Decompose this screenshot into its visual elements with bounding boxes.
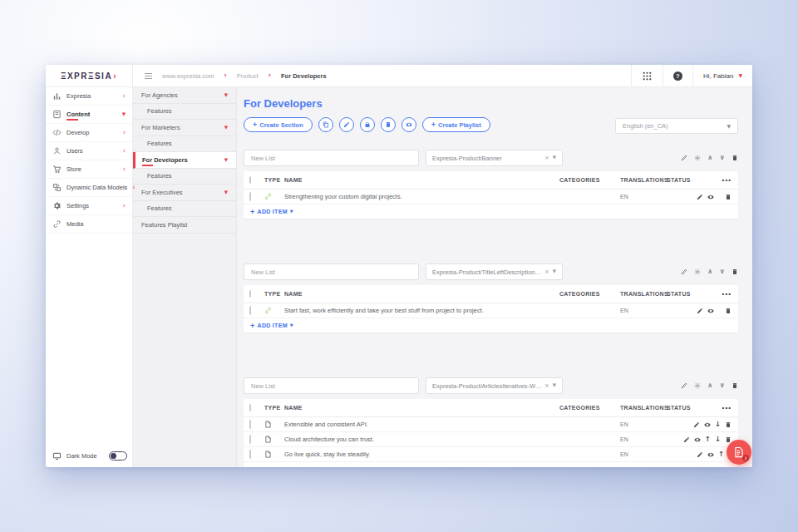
- subnav-item-features[interactable]: Features: [133, 169, 236, 185]
- duplicate-button[interactable]: [318, 117, 333, 132]
- dark-mode-toggle[interactable]: [109, 451, 127, 461]
- section-edit-button[interactable]: [681, 155, 687, 161]
- apps-grid-button[interactable]: [631, 65, 663, 86]
- subnav-item-for-marketers[interactable]: For Marketers ▼: [133, 120, 236, 136]
- breadcrumb-site[interactable]: www.expresia.com: [162, 72, 214, 80]
- move-down-icon[interactable]: ↓: [715, 436, 721, 443]
- row-checkbox[interactable]: [249, 306, 251, 315]
- section-settings-button[interactable]: [694, 268, 701, 275]
- logo[interactable]: ΞXPRΞSIA›: [46, 65, 133, 86]
- sidebar-item-dynamic-data-models[interactable]: Dynamic Data Models ›: [46, 179, 132, 197]
- sidebar-item-develop[interactable]: Develop ›: [46, 124, 132, 142]
- row-edit-button[interactable]: [697, 308, 703, 314]
- lock-button[interactable]: [360, 117, 375, 132]
- create-playlist-button[interactable]: + Create Playlist: [422, 117, 490, 132]
- select-all-checkbox[interactable]: [249, 290, 251, 298]
- clear-icon[interactable]: ×: [544, 155, 549, 161]
- more-options-icon[interactable]: •••: [722, 404, 732, 411]
- subnav-item-for-developers[interactable]: For Developers ▼: [133, 152, 236, 169]
- template-select[interactable]: Expresia-Product/TitleLeftDescriptionRig…: [426, 264, 563, 280]
- item-name[interactable]: Extensible and consistent API.: [284, 421, 559, 428]
- move-up-icon[interactable]: ∧: [707, 268, 713, 275]
- clear-icon[interactable]: ×: [544, 383, 549, 389]
- subnav-item-for-agencies[interactable]: For Agencies ▼: [133, 87, 236, 104]
- edit-button[interactable]: [339, 117, 354, 132]
- pencil-icon: [697, 308, 703, 314]
- row-edit-button[interactable]: [683, 436, 690, 443]
- move-down-icon[interactable]: ∨: [720, 382, 726, 389]
- subnav-item-features[interactable]: Features: [133, 201, 236, 218]
- section-delete-button[interactable]: [732, 155, 738, 161]
- row-checkbox[interactable]: [249, 435, 251, 444]
- user-menu[interactable]: Hi, Fabian ▼: [692, 65, 752, 86]
- select-all-checkbox[interactable]: [249, 404, 251, 411]
- section-edit-button[interactable]: [681, 268, 687, 275]
- preview-button[interactable]: [401, 117, 416, 132]
- row-view-button[interactable]: [694, 436, 701, 443]
- language-select[interactable]: English (en_CA) ▼: [615, 118, 738, 134]
- help-button[interactable]: ?: [663, 65, 692, 86]
- template-select[interactable]: Expresia-Product/Banner × ▼: [426, 150, 563, 166]
- add-item-button[interactable]: + ADD ITEM ▼: [244, 318, 738, 332]
- section-settings-button[interactable]: [694, 155, 701, 161]
- row-view-button[interactable]: [704, 421, 711, 428]
- sidebar-item-expresia[interactable]: Expresia ›: [46, 87, 132, 106]
- breadcrumb-product[interactable]: Product: [237, 72, 259, 80]
- clear-icon[interactable]: ×: [544, 269, 549, 275]
- section-edit-button[interactable]: [681, 382, 687, 389]
- plus-icon: +: [250, 208, 255, 216]
- section-delete-button[interactable]: [732, 268, 738, 275]
- row-delete-button[interactable]: [725, 194, 732, 200]
- row-checkbox[interactable]: [249, 192, 251, 201]
- new-list-input[interactable]: [244, 377, 419, 394]
- sidebar-item-users[interactable]: Users ›: [46, 142, 132, 160]
- link-type-icon: [264, 307, 272, 314]
- eye-icon: [707, 308, 714, 314]
- row-checkbox[interactable]: [249, 420, 251, 429]
- row-edit-button[interactable]: [697, 451, 703, 458]
- section-delete-button[interactable]: [732, 382, 738, 389]
- sidebar-item-content[interactable]: Content ▼: [46, 106, 132, 124]
- create-section-button[interactable]: + Create Section: [244, 117, 313, 132]
- item-name[interactable]: Start fast, work efficiently and take yo…: [284, 307, 559, 314]
- item-name[interactable]: Go live quick, stay live steadily.: [284, 451, 559, 458]
- more-options-icon[interactable]: •••: [722, 290, 732, 298]
- add-item-button[interactable]: + ADD ITEM ▼: [244, 204, 738, 219]
- menu-icon[interactable]: [145, 76, 152, 76]
- move-up-icon[interactable]: ∧: [707, 382, 713, 389]
- subnav-item-features[interactable]: Features: [133, 104, 236, 121]
- template-select[interactable]: Expresia-Product/ArticlesIteratives-Whit…: [426, 377, 563, 394]
- sidebar-item-settings[interactable]: Settings ›: [46, 197, 132, 215]
- row-view-button[interactable]: [707, 308, 714, 314]
- move-up-icon[interactable]: ∧: [707, 155, 713, 161]
- select-all-checkbox[interactable]: [249, 176, 251, 184]
- delete-button[interactable]: [381, 117, 396, 132]
- sidebar-item-media[interactable]: Media: [46, 215, 132, 234]
- trash-icon: [732, 268, 738, 275]
- new-list-input[interactable]: [244, 150, 419, 166]
- subnav-item-features-playlist[interactable]: Features Playlist: [133, 217, 236, 234]
- move-down-icon[interactable]: ∨: [720, 268, 726, 275]
- move-down-icon[interactable]: ∨: [720, 155, 726, 161]
- row-delete-button[interactable]: [725, 421, 732, 428]
- move-up-icon[interactable]: ↑: [718, 451, 724, 458]
- page-report-fab[interactable]: i: [727, 440, 751, 465]
- row-view-button[interactable]: [707, 451, 714, 458]
- more-options-icon[interactable]: •••: [722, 176, 732, 184]
- sidebar-item-store[interactable]: Store ›: [46, 160, 132, 179]
- subnav-item-features[interactable]: Features: [133, 136, 236, 153]
- subnav-item-for-executives[interactable]: For Executives ▼: [133, 185, 236, 201]
- row-delete-button[interactable]: [725, 308, 732, 314]
- section-settings-button[interactable]: [694, 382, 701, 389]
- item-name[interactable]: Strengthening your custom digital projec…: [284, 193, 559, 200]
- row-view-button[interactable]: [707, 194, 714, 200]
- row-edit-button[interactable]: [693, 421, 700, 428]
- move-up-icon[interactable]: ↑: [705, 436, 711, 443]
- item-name[interactable]: Cloud architecture you can trust.: [284, 436, 559, 443]
- add-item-button[interactable]: + ADD ITEM ▼: [244, 462, 738, 467]
- row-checkbox[interactable]: [249, 450, 251, 459]
- move-down-icon[interactable]: ↓: [715, 421, 721, 428]
- chevron-down-icon: ▼: [290, 209, 293, 214]
- new-list-input[interactable]: [244, 264, 419, 280]
- row-edit-button[interactable]: [697, 194, 703, 200]
